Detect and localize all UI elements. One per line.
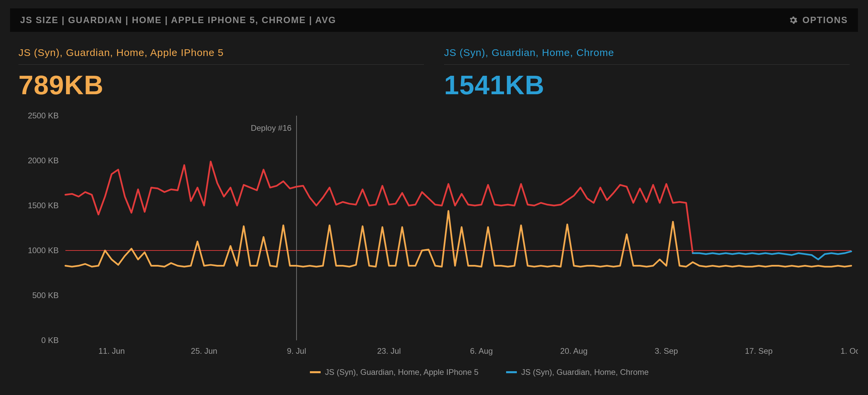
- header-bar: JS SIZE | GUARDIAN | HOME | APPLE IPHONE…: [10, 8, 858, 32]
- x-tick: 17. Sep: [745, 347, 773, 356]
- x-tick: 6. Aug: [470, 347, 493, 356]
- x-tick: 1. Oct: [840, 347, 858, 356]
- metric-value: 1541KB: [444, 70, 849, 101]
- svg-text:1500 KB: 1500 KB: [28, 201, 59, 210]
- metric-card-iphone: JS (Syn), Guardian, Home, Apple IPhone 5…: [19, 47, 424, 101]
- legend-label: JS (Syn), Guardian, Home, Chrome: [521, 367, 649, 376]
- svg-text:23. Jul: 23. Jul: [377, 347, 401, 356]
- page-title: JS SIZE | GUARDIAN | HOME | APPLE IPHONE…: [20, 15, 336, 26]
- svg-text:20. Aug: 20. Aug: [560, 347, 587, 356]
- x-tick: 20. Aug: [560, 347, 587, 356]
- options-label: OPTIONS: [802, 15, 848, 26]
- series-line: [65, 162, 692, 253]
- x-tick: 25. Jun: [191, 347, 217, 356]
- x-tick: 3. Sep: [655, 347, 678, 356]
- svg-text:11. Jun: 11. Jun: [98, 347, 125, 356]
- y-tick: 0 KB: [41, 336, 59, 345]
- metric-value: 789KB: [19, 70, 424, 101]
- chart-container: 0 KB500 KB1000 KB1500 KB2000 KB2500 KBDe…: [10, 112, 858, 384]
- svg-text:17. Sep: 17. Sep: [745, 347, 773, 356]
- y-tick: 500 KB: [32, 291, 59, 300]
- svg-text:1000 KB: 1000 KB: [28, 246, 59, 255]
- svg-text:9. Jul: 9. Jul: [287, 347, 306, 356]
- y-tick: 1000 KB: [28, 246, 59, 255]
- y-tick: 1500 KB: [28, 201, 59, 210]
- svg-text:500 KB: 500 KB: [32, 291, 59, 300]
- svg-text:3. Sep: 3. Sep: [655, 347, 678, 356]
- gear-icon: [789, 16, 798, 25]
- y-tick: 2000 KB: [28, 156, 59, 165]
- metric-title: JS (Syn), Guardian, Home, Apple IPhone 5: [19, 47, 424, 65]
- svg-text:2500 KB: 2500 KB: [28, 112, 59, 120]
- options-button[interactable]: OPTIONS: [789, 15, 848, 26]
- legend-label: JS (Syn), Guardian, Home, Apple IPhone 5: [325, 367, 478, 376]
- svg-text:6. Aug: 6. Aug: [470, 347, 493, 356]
- series-line: [65, 211, 851, 267]
- y-tick: 2500 KB: [28, 112, 59, 120]
- x-tick: 9. Jul: [287, 347, 306, 356]
- svg-text:25. Jun: 25. Jun: [191, 347, 217, 356]
- deploy-marker-label: Deploy #16: [251, 123, 291, 132]
- x-tick: 11. Jun: [98, 347, 125, 356]
- svg-text:0 KB: 0 KB: [41, 336, 59, 345]
- svg-text:2000 KB: 2000 KB: [28, 156, 59, 165]
- svg-text:1. Oct: 1. Oct: [840, 347, 858, 356]
- metric-title: JS (Syn), Guardian, Home, Chrome: [444, 47, 849, 65]
- series-line: [692, 252, 851, 260]
- metrics-row: JS (Syn), Guardian, Home, Apple IPhone 5…: [19, 47, 849, 101]
- x-tick: 23. Jul: [377, 347, 401, 356]
- line-chart: 0 KB500 KB1000 KB1500 KB2000 KB2500 KBDe…: [10, 112, 858, 384]
- metric-card-chrome: JS (Syn), Guardian, Home, Chrome 1541KB: [444, 47, 849, 101]
